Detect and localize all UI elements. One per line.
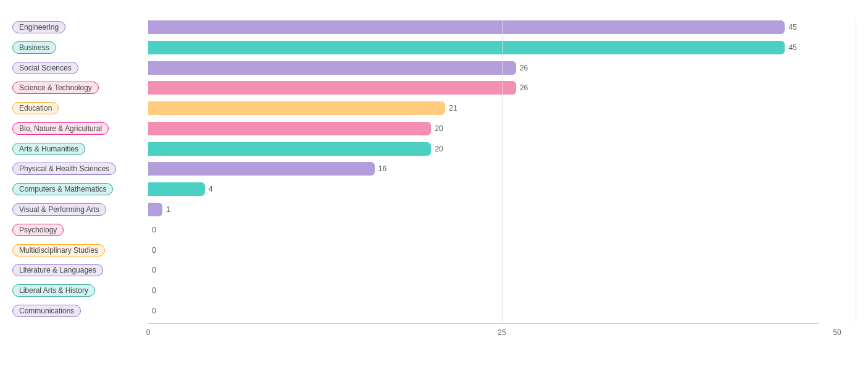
- bar-value-label: 0: [152, 226, 156, 234]
- bar-label-pill: Science & Technology: [12, 82, 99, 94]
- bar-value-label: 26: [520, 83, 528, 92]
- bar-label: Visual & Performing Arts: [12, 203, 148, 216]
- bar-label: Business: [12, 41, 148, 54]
- bar-track: 26: [148, 61, 856, 75]
- bar-value-label: 0: [152, 246, 156, 255]
- bar-label-pill: Arts & Humanities: [12, 143, 85, 155]
- bar-label: Bio, Nature & Agricultural: [12, 122, 148, 135]
- bar-label-pill: Multidisciplinary Studies: [12, 244, 105, 256]
- bar-row: Multidisciplinary Studies0: [12, 240, 856, 260]
- bar-label-pill: Engineering: [12, 21, 65, 33]
- x-tick-label: 50: [833, 328, 841, 337]
- bar-label: Psychology: [12, 224, 148, 236]
- bar-track: 0: [148, 244, 856, 257]
- bar-row: Physical & Health Sciences16: [12, 159, 856, 179]
- bar-label: Computers & Mathematics: [12, 183, 148, 195]
- bar-value-label: 1: [166, 205, 170, 214]
- bar-fill: [148, 122, 431, 135]
- bar-label-pill: Computers & Mathematics: [12, 183, 113, 195]
- bar-label-pill: Social Sciences: [12, 62, 78, 74]
- bar-value-label: 0: [152, 286, 156, 295]
- bar-label-pill: Physical & Health Sciences: [12, 163, 116, 175]
- bar-row: Liberal Arts & History0: [12, 281, 856, 300]
- bar-label: Education: [12, 102, 148, 114]
- bar-row: Business45: [12, 38, 856, 57]
- bar-track: 0: [148, 304, 856, 318]
- bar-label-pill: Visual & Performing Arts: [12, 203, 106, 216]
- bar-label-pill: Communications: [12, 305, 81, 317]
- bar-value-label: 26: [520, 64, 528, 72]
- bar-row: Psychology0: [12, 220, 856, 240]
- chart-area: Engineering45Business45Social Sciences26…: [12, 17, 856, 341]
- bar-row: Science & Technology26: [12, 78, 856, 98]
- bar-value-label: 0: [152, 266, 156, 274]
- x-tick-label: 25: [498, 328, 506, 337]
- bar-label: Physical & Health Sciences: [12, 163, 148, 175]
- bar-track: 0: [148, 263, 856, 277]
- bar-row: Social Sciences26: [12, 58, 856, 78]
- bar-value-label: 0: [152, 307, 156, 315]
- bar-row: Bio, Nature & Agricultural20: [12, 119, 856, 138]
- bar-fill: [148, 203, 162, 216]
- x-tick-label: 0: [146, 328, 151, 337]
- bar-track: 1: [148, 203, 856, 216]
- bar-label: Communications: [12, 305, 148, 317]
- bar-track: 21: [148, 101, 856, 115]
- bar-fill: [148, 81, 516, 95]
- bar-label-pill: Literature & Languages: [12, 264, 103, 276]
- bar-row: Visual & Performing Arts1: [12, 200, 856, 219]
- bar-label: Engineering: [12, 21, 148, 33]
- bar-label: Science & Technology: [12, 82, 148, 94]
- bar-fill: [148, 162, 375, 176]
- bar-track: 0: [148, 223, 856, 237]
- bar-row: Communications0: [12, 301, 856, 321]
- bar-track: 45: [148, 41, 856, 54]
- bar-track: 20: [148, 142, 856, 156]
- gridline: [856, 20, 856, 323]
- bar-fill: [148, 61, 516, 75]
- bar-label-pill: Bio, Nature & Agricultural: [12, 122, 109, 135]
- bar-label-pill: Education: [12, 102, 59, 114]
- bar-track: 0: [148, 284, 856, 297]
- bar-fill: [148, 20, 785, 34]
- bar-value-label: 20: [435, 124, 443, 133]
- bar-label: Multidisciplinary Studies: [12, 244, 148, 256]
- bar-label: Arts & Humanities: [12, 143, 148, 155]
- bar-track: 26: [148, 81, 856, 95]
- bar-fill: [148, 41, 785, 54]
- bar-label: Liberal Arts & History: [12, 284, 148, 297]
- bar-label: Social Sciences: [12, 62, 148, 74]
- bar-value-label: 21: [449, 104, 457, 112]
- bar-row: Arts & Humanities20: [12, 139, 856, 159]
- bar-row: Computers & Mathematics4: [12, 179, 856, 199]
- bar-fill: [148, 101, 445, 115]
- bar-label-pill: Business: [12, 41, 56, 54]
- chart-container: Engineering45Business45Social Sciences26…: [0, 0, 868, 390]
- bar-fill: [148, 142, 431, 156]
- bar-track: 4: [148, 182, 856, 196]
- bar-label-pill: Liberal Arts & History: [12, 284, 95, 297]
- bar-track: 20: [148, 122, 856, 135]
- bar-row: Education21: [12, 98, 856, 118]
- bar-value-label: 4: [209, 185, 213, 193]
- bar-value-label: 45: [788, 43, 796, 52]
- bar-row: Literature & Languages0: [12, 260, 856, 280]
- bar-label: Literature & Languages: [12, 264, 148, 276]
- bar-value-label: 16: [378, 164, 386, 173]
- bar-track: 16: [148, 162, 856, 176]
- bar-label-pill: Psychology: [12, 224, 64, 236]
- bar-fill: [148, 182, 205, 196]
- bar-row: Engineering45: [12, 17, 856, 37]
- bar-track: 45: [148, 20, 856, 34]
- bar-value-label: 20: [435, 145, 443, 153]
- bar-value-label: 45: [788, 23, 796, 32]
- bars-section: Engineering45Business45Social Sciences26…: [12, 17, 856, 321]
